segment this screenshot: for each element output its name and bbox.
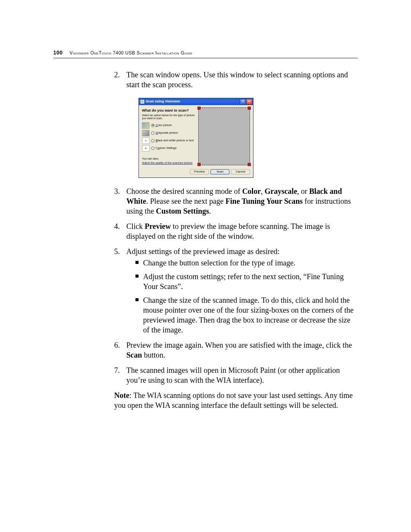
option-color[interactable]: CColor pictureolor picture (142, 122, 195, 129)
note-paragraph: Note: The WIA scanning options do not sa… (114, 390, 358, 410)
xp-dialog-window: ⊡ Scan using Visioneer ? × What do you w… (139, 98, 253, 178)
step-number: 6. (114, 340, 120, 350)
step-number: 3. (114, 186, 120, 196)
step-7: 7. The scanned images will open in Micro… (114, 365, 358, 385)
radio-color[interactable] (151, 124, 155, 127)
youcan-label: You can also: (142, 157, 195, 161)
scan-button[interactable]: Scan (210, 169, 229, 174)
gray-thumb-icon (142, 130, 150, 136)
radio-grayscale[interactable] (151, 131, 155, 135)
step-text: The scanned images will open in Microsof… (126, 366, 340, 384)
scan-dialog-figure: ⊡ Scan using Visioneer ? × What do you w… (139, 98, 358, 178)
step-2: 2. The scan window opens. Use this windo… (114, 70, 358, 178)
header-title: Visioneer OneTouch 7400 USB Scanner Inst… (70, 50, 193, 56)
preview-button[interactable]: Preview (190, 169, 209, 174)
resize-handle-br[interactable] (248, 163, 251, 166)
resize-handle-bl[interactable] (198, 163, 201, 166)
dialog-instruction: Select an option below for the type of p… (142, 114, 195, 120)
option-custom[interactable]: ⚙ Custom Settings (142, 145, 195, 152)
step-6: 6. Preview the image again. When you are… (114, 340, 358, 360)
step-number: 4. (114, 221, 120, 231)
resize-handle-tl[interactable] (198, 107, 201, 110)
bullet-item: Change the button selection for the type… (135, 258, 358, 268)
step-4: 4. Click Preview to preview the image be… (114, 221, 358, 241)
step-number: 2. (114, 70, 120, 80)
page-number: 100 (53, 50, 63, 56)
adjust-quality-link[interactable]: Adjust the quality of the scanned pictur… (142, 161, 195, 165)
resize-handle-tr[interactable] (248, 107, 251, 110)
dialog-question: What do you want to scan? (142, 108, 195, 113)
step-text: Choose the desired scanning mode of Colo… (126, 187, 351, 215)
step-text: Preview the image again. When you are sa… (126, 341, 352, 359)
page-content: 2. The scan window opens. Use this windo… (114, 70, 358, 410)
opt-gray-label: Grayscale picture (156, 131, 178, 135)
opt-custom-label: Custom Settings (156, 146, 177, 150)
step-3: 3. Choose the desired scanning mode of C… (114, 186, 358, 216)
step-number: 5. (114, 246, 120, 256)
bw-thumb-icon: ≡ (142, 137, 150, 144)
bullet-item: Change the size of the scanned image. To… (135, 295, 358, 335)
color-thumb-icon (142, 122, 150, 129)
option-grayscale[interactable]: Grayscale picture (142, 130, 195, 136)
step-text: Click Preview to preview the image befor… (126, 222, 330, 240)
radio-bw[interactable] (151, 139, 155, 142)
custom-thumb-icon: ⚙ (142, 145, 150, 152)
dialog-titlebar: ⊡ Scan using Visioneer ? × (139, 98, 253, 105)
preview-pane[interactable] (198, 107, 250, 165)
bullet-item: Adjust the custom settings; refer to the… (135, 272, 358, 291)
cancel-button[interactable]: Cancel (231, 169, 250, 174)
option-bw[interactable]: ≡ Black and white picture or text (142, 137, 195, 144)
opt-bw-label: Black and white picture or text (156, 139, 194, 142)
help-button[interactable]: ? (240, 99, 246, 105)
radio-custom[interactable] (151, 147, 155, 150)
step-5: 5. Adjust settings of the previewed imag… (114, 246, 358, 335)
step-text: Adjust settings of the previewed image a… (126, 247, 280, 256)
app-icon: ⊡ (140, 100, 144, 104)
close-button[interactable]: × (246, 99, 252, 105)
dialog-title: Scan using Visioneer (146, 99, 180, 104)
page-header: 100 Visioneer OneTouch 7400 USB Scanner … (53, 50, 358, 58)
step-number: 7. (114, 365, 120, 375)
step-text: The scan window opens. Use this window t… (126, 70, 348, 89)
